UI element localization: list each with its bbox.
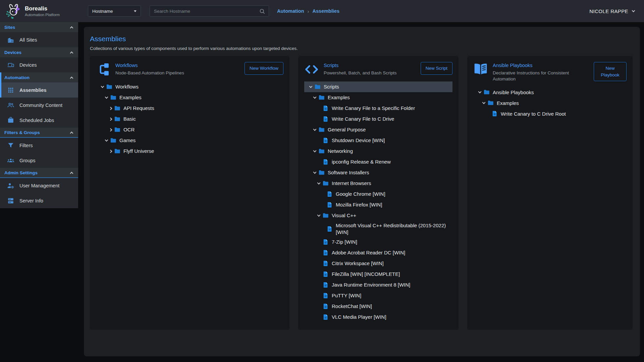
- tree-item-networking[interactable]: Networking: [304, 146, 452, 157]
- chevron-cell: [307, 86, 314, 87]
- hostname-select[interactable]: Hostname: [88, 5, 141, 17]
- chevron-cell: [315, 183, 322, 184]
- tree-item-filezilla-win-incomplete[interactable]: FileZilla [WIN] [INCOMPLETE]: [304, 269, 452, 280]
- file-icon: [322, 292, 329, 299]
- tree-item-write-canary-to-c-drive-root[interactable]: Write Canary to C Drive Root: [473, 108, 627, 119]
- sidebar-section-admin-settings[interactable]: Admin Settings: [0, 168, 78, 178]
- tree-item-ocr[interactable]: OCR: [96, 124, 283, 135]
- sidebar-item-all-sites[interactable]: All Sites: [0, 32, 78, 47]
- tree-item-examples[interactable]: Examples: [473, 98, 627, 108]
- groups-icon: [7, 157, 14, 164]
- chevron-cell: [311, 172, 318, 173]
- breadcrumb-current-assemblies[interactable]: Assemblies: [313, 8, 340, 14]
- tree-item-write-canary-file-to-c-drive[interactable]: Write Canary File to C Drive: [304, 114, 452, 124]
- sidebar: SitesAll SitesDevicesDevicesAutomationAs…: [0, 22, 78, 208]
- file-icon: [322, 271, 329, 278]
- tree-item-ipconfig-release-renew[interactable]: ipconfig Release & Renew: [304, 157, 452, 167]
- filter-icon: [7, 142, 14, 149]
- folder-icon: [114, 126, 121, 133]
- sidebar-section-automation[interactable]: Automation: [0, 72, 78, 82]
- tree-item-visual-c[interactable]: Visual C++: [304, 210, 452, 221]
- tree-item-7-zip-win[interactable]: 7-Zip [WIN]: [304, 237, 452, 247]
- chevron-down-icon: [482, 101, 485, 104]
- chevron-down-icon: [478, 90, 481, 93]
- tree-item-internet-browsers[interactable]: Internet Browsers: [304, 178, 452, 189]
- folder-icon: [110, 137, 117, 144]
- search-icon[interactable]: [259, 8, 265, 14]
- sidebar-section-devices[interactable]: Devices: [0, 47, 78, 57]
- sidebar-item-community-content[interactable]: Community Content: [0, 98, 78, 113]
- folder-icon: [106, 83, 113, 90]
- chevron-up-icon: [70, 172, 73, 175]
- tree-item-label: Flyff Universe: [123, 146, 154, 156]
- new-workflow-button[interactable]: New Workflow: [245, 62, 283, 75]
- new-playbook-button[interactable]: New Playbook: [594, 62, 627, 81]
- ansible-playbooks-card: Ansible Playbooks Declarative Instructio…: [467, 56, 633, 330]
- sidebar-item-label: User Management: [19, 183, 59, 188]
- chevron-cell: [103, 97, 110, 98]
- sidebar-item-groups[interactable]: Groups: [0, 153, 78, 168]
- tree-item-microsoft-visual-c-redistributable-2015-2022-win[interactable]: Microsoft Visual C++ Redistributable (20…: [304, 221, 452, 237]
- tree-item-putty-win[interactable]: PuTTY [WIN]: [304, 290, 452, 301]
- folder-icon: [318, 126, 325, 133]
- workflows-card: Workflows Node-Based Automation Pipeline…: [90, 56, 289, 330]
- tree-item-scripts[interactable]: Scripts: [304, 81, 452, 92]
- tree-item-mozilla-firefox-win[interactable]: Mozilla Firefox [WIN]: [304, 199, 452, 210]
- new-script-button[interactable]: New Script: [421, 62, 452, 75]
- tree-item-api-requests[interactable]: API Requests: [96, 103, 283, 114]
- tree-item-write-canary-file-to-a-specific-folder[interactable]: Write Canary File to a Specific Folder: [304, 103, 452, 114]
- workflow-icon: [96, 62, 111, 77]
- tree-item-java-runtime-environment-8-win[interactable]: Java Runtime Environment 8 [WIN]: [304, 280, 452, 290]
- brand-title: Borealis: [25, 5, 60, 12]
- breadcrumb: Automation › Assemblies: [277, 8, 339, 14]
- breadcrumb-separator: ›: [308, 8, 309, 14]
- tree-item-games[interactable]: Games: [96, 135, 283, 146]
- tree-item-examples[interactable]: Examples: [96, 92, 283, 103]
- ansible-card-header: Ansible Playbooks Declarative Instructio…: [473, 62, 627, 82]
- sidebar-section-filters-groups[interactable]: Filters & Groups: [0, 128, 78, 138]
- page-description: Collections of various types of componen…: [90, 46, 634, 51]
- workflows-card-header: Workflows Node-Based Automation Pipeline…: [96, 62, 283, 77]
- tree-item-citrix-workspace-win[interactable]: Citrix Workspace [WIN]: [304, 258, 452, 269]
- page-title: Assemblies: [90, 35, 634, 43]
- tree-item-basic[interactable]: Basic: [96, 114, 283, 124]
- main-panel: Assemblies Collections of various types …: [84, 27, 640, 356]
- card-subtitle: Declarative Instructions for Consistent …: [493, 70, 589, 82]
- file-icon: [326, 191, 333, 197]
- sidebar-section-sites[interactable]: Sites: [0, 22, 78, 32]
- tree-item-adobe-acrobat-reader-dc-win[interactable]: Adobe Acrobat Reader DC [WIN]: [304, 247, 452, 258]
- sidebar-item-devices[interactable]: Devices: [0, 57, 78, 72]
- chevron-cell: [103, 140, 110, 141]
- folder-icon: [318, 94, 325, 101]
- chevron-down-icon: [105, 95, 108, 99]
- sidebar-item-server-info[interactable]: Server Info: [0, 193, 78, 208]
- tree-item-google-chrome-win[interactable]: Google Chrome [WIN]: [304, 189, 452, 199]
- file-icon: [322, 116, 329, 122]
- tree-item-general-purpose[interactable]: General Purpose: [304, 124, 452, 135]
- tree-item-flyff-universe[interactable]: Flyff Universe: [96, 146, 283, 157]
- sidebar-item-assemblies[interactable]: Assemblies: [0, 82, 78, 98]
- tree-item-label: Ansible Playbooks: [493, 88, 534, 97]
- breadcrumb-link-automation[interactable]: Automation: [277, 8, 304, 14]
- chevron-cell: [99, 86, 106, 87]
- sidebar-item-scheduled-jobs[interactable]: Scheduled Jobs: [0, 113, 78, 128]
- card-title: Scripts: [324, 63, 416, 68]
- user-menu[interactable]: NICOLE RAPPE: [589, 8, 635, 14]
- tree-item-workflows[interactable]: Workflows: [96, 81, 283, 92]
- tree-item-rocketchat-win[interactable]: RocketChat [WIN]: [304, 301, 452, 312]
- sidebar-item-filters[interactable]: Filters: [0, 138, 78, 153]
- search-input[interactable]: [154, 9, 259, 14]
- tree-item-shutdown-device-win[interactable]: Shutdown Device [WIN]: [304, 135, 452, 146]
- tree-item-label: Write Canary File to a Specific Folder: [332, 104, 415, 113]
- borealis-rabbit-logo-icon: [5, 3, 21, 19]
- tree-item-software-installers[interactable]: Software Installers: [304, 167, 452, 178]
- sidebar-item-user-management[interactable]: User Management: [0, 178, 78, 193]
- tree-item-ansible-playbooks[interactable]: Ansible Playbooks: [473, 87, 627, 98]
- tree-item-examples[interactable]: Examples: [304, 92, 452, 103]
- tree-item-vlc-media-player-win[interactable]: VLC Media Player [WIN]: [304, 312, 452, 322]
- tree-item-label: General Purpose: [328, 125, 366, 134]
- folder-icon: [114, 116, 121, 122]
- folder-icon: [322, 212, 329, 219]
- chevron-cell: [107, 150, 114, 153]
- grid-icon: [7, 86, 14, 94]
